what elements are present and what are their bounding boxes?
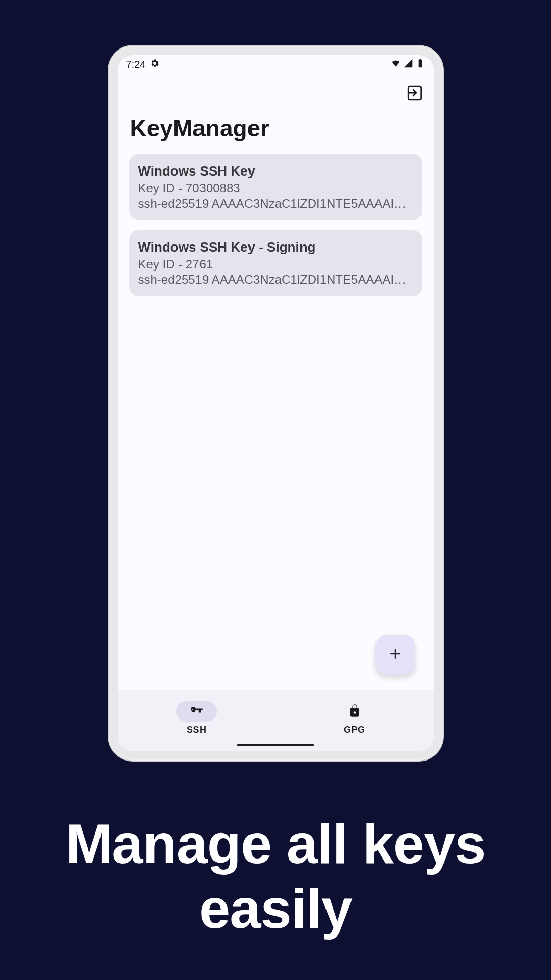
key-title: Windows SSH Key bbox=[138, 163, 413, 179]
gear-icon bbox=[149, 58, 160, 71]
promo-line2: easily bbox=[66, 876, 486, 941]
key-id: Key ID - 70300883 bbox=[138, 181, 413, 195]
key-card[interactable]: Windows SSH Key - Signing Key ID - 2761 … bbox=[129, 230, 422, 296]
status-time: 7:24 bbox=[126, 59, 146, 70]
wifi-icon bbox=[391, 58, 401, 71]
home-indicator[interactable] bbox=[237, 744, 314, 746]
export-icon[interactable] bbox=[406, 84, 423, 104]
phone-frame: 7:24 KeyManager bbox=[109, 46, 443, 761]
nav-item-ssh[interactable]: SSH bbox=[176, 701, 217, 736]
key-icon bbox=[189, 703, 204, 720]
key-fingerprint: ssh-ed25519 AAAAC3NzaC1lZDI1NTE5AAAAI… bbox=[138, 197, 413, 211]
nav-label-ssh: SSH bbox=[187, 725, 207, 736]
key-id: Key ID - 2761 bbox=[138, 257, 413, 272]
key-list: Windows SSH Key Key ID - 70300883 ssh-ed… bbox=[118, 154, 434, 306]
phone-screen: 7:24 KeyManager bbox=[118, 55, 434, 751]
key-fingerprint: ssh-ed25519 AAAAC3NzaC1lZDI1NTE5AAAAI… bbox=[138, 273, 413, 287]
nav-label-gpg: GPG bbox=[344, 725, 365, 736]
battery-icon bbox=[415, 58, 425, 71]
promo-line1: Manage all keys bbox=[66, 812, 486, 876]
plus-icon bbox=[388, 646, 403, 664]
promo-headline: Manage all keys easily bbox=[66, 812, 486, 941]
status-bar: 7:24 bbox=[118, 55, 434, 74]
action-bar bbox=[118, 74, 434, 114]
key-card[interactable]: Windows SSH Key Key ID - 70300883 ssh-ed… bbox=[129, 154, 422, 220]
lock-icon bbox=[347, 703, 362, 720]
bottom-nav: SSH GPG bbox=[118, 690, 434, 751]
add-key-button[interactable] bbox=[375, 635, 415, 675]
nav-item-gpg[interactable]: GPG bbox=[334, 701, 375, 736]
key-title: Windows SSH Key - Signing bbox=[138, 239, 413, 255]
signal-icon bbox=[403, 58, 413, 71]
page-title: KeyManager bbox=[118, 114, 434, 154]
